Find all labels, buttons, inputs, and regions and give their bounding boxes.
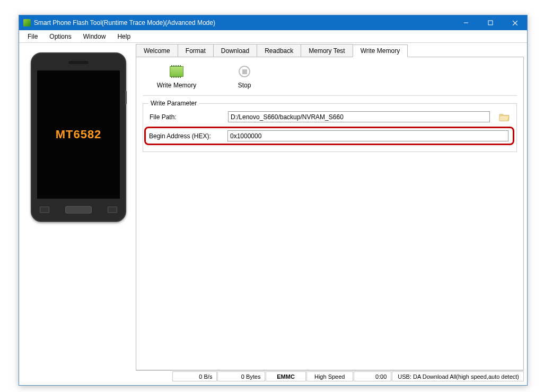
status-time: 0:00 [354,371,392,381]
status-mode: High Speed [306,371,353,381]
content-area: Welcome Format Download Readback Memory … [136,43,527,385]
chip-label: MT6582 [56,128,102,141]
stop-button[interactable]: Stop [223,65,266,89]
titlebar: Smart Phone Flash Tool(Runtime Trace Mod… [19,15,527,30]
begin-address-highlight: Begin Address (HEX): [144,127,514,145]
status-bytes: 0 Bytes [217,371,265,381]
phone-side-button [125,91,127,104]
menu-window[interactable]: Window [78,31,111,42]
menu-help[interactable]: Help [112,31,136,42]
phone-speaker [68,61,89,64]
file-path-label: File Path: [150,113,224,121]
window-controls [454,15,527,30]
phone-nav-left [40,207,49,213]
tab-strip: Welcome Format Download Readback Memory … [136,44,524,57]
write-memory-button[interactable]: Write Memory [155,65,198,89]
phone-home-button [65,206,92,213]
sidebar: BM MT6582 [19,43,136,385]
minimize-icon [463,20,469,25]
phone-nav-right [108,207,117,213]
status-storage: EMMC [266,371,305,381]
maximize-icon [488,20,493,25]
write-memory-button-label: Write Memory [157,82,196,89]
app-icon [23,19,31,26]
begin-address-row: Begin Address (HEX): [149,130,508,141]
folder-icon [498,112,510,122]
status-connection: USB: DA Download All(high speed,auto det… [392,371,524,381]
tab-welcome[interactable]: Welcome [136,44,178,57]
file-path-input[interactable] [228,111,490,122]
phone-nav [32,204,125,216]
begin-address-input[interactable] [227,130,508,141]
tab-panel-write-memory: Write Memory Stop Write Parameter File P… [136,57,524,370]
menubar: File Options Window Help [19,30,527,43]
svg-rect-0 [488,21,493,25]
file-path-row: File Path: [150,111,510,122]
phone-screen: MT6582 [37,70,120,199]
minimize-button[interactable] [454,15,478,30]
main-area: BM MT6582 Welcome Format Download Readba… [19,43,527,385]
tab-download[interactable]: Download [213,44,257,57]
begin-address-label: Begin Address (HEX): [149,132,223,140]
menu-file[interactable]: File [22,31,43,42]
tab-write-memory[interactable]: Write Memory [353,44,408,57]
tab-memory-test[interactable]: Memory Test [301,44,353,57]
stop-button-label: Stop [238,82,251,89]
maximize-button[interactable] [478,15,503,30]
statusbar: 0 B/s 0 Bytes EMMC High Speed 0:00 USB: … [136,370,524,382]
bottom-spacer [136,382,524,385]
close-button[interactable] [503,15,527,30]
phone-illustration: BM MT6582 [31,52,126,222]
write-parameter-fieldset: Write Parameter File Path: [143,103,517,152]
status-gap [136,371,172,382]
write-parameter-legend: Write Parameter [148,100,199,107]
browse-file-button[interactable] [498,112,510,122]
window-title: Smart Phone Flash Tool(Runtime Trace Mod… [34,19,454,26]
close-icon [512,20,518,26]
tab-readback[interactable]: Readback [257,44,301,57]
menu-options[interactable]: Options [44,31,76,42]
status-speed: 0 B/s [172,371,217,381]
stop-icon [236,65,252,78]
chip-icon [169,65,185,78]
tab-format[interactable]: Format [178,44,214,57]
toolbar: Write Memory Stop [143,65,517,96]
main-window: Smart Phone Flash Tool(Runtime Trace Mod… [19,15,528,386]
